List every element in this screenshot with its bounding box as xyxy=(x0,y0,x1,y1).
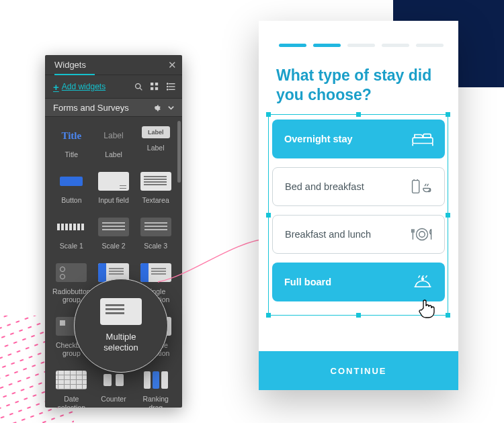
svg-rect-14 xyxy=(413,138,433,143)
progress-seg xyxy=(313,44,341,47)
widget-ranking-drag[interactable]: Ranking drag xyxy=(136,371,175,408)
widget-date-selection[interactable]: Date selection xyxy=(52,371,91,408)
chevron-down-icon[interactable] xyxy=(166,103,175,112)
option-breakfast-and-lunch[interactable]: Breakfast and lunch xyxy=(272,215,445,254)
progress-seg xyxy=(279,44,306,47)
close-icon[interactable]: ✕ xyxy=(168,59,177,71)
panel-scrollbar[interactable] xyxy=(177,121,181,183)
svg-rect-5 xyxy=(155,83,158,85)
svg-point-13 xyxy=(167,89,167,90)
option-overnight-stay[interactable]: Overnight stay xyxy=(272,120,445,158)
search-icon[interactable] xyxy=(134,82,143,91)
gear-icon[interactable] xyxy=(151,103,161,112)
option-label: Overnight stay xyxy=(284,134,353,144)
widget-title[interactable]: TitleTitle xyxy=(52,126,91,158)
widget-scale-3[interactable]: Scale 3 xyxy=(136,218,175,250)
progress-seg xyxy=(382,44,409,47)
svg-point-17 xyxy=(417,228,428,240)
list-view-icon[interactable] xyxy=(166,82,175,91)
spotlight-widget[interactable]: Multiple selection xyxy=(74,279,168,373)
svg-point-2 xyxy=(135,83,140,88)
progress-seg xyxy=(416,44,444,47)
svg-rect-16 xyxy=(413,180,419,193)
widget-input-field[interactable]: Input field xyxy=(94,172,134,204)
option-full-board[interactable]: Full board xyxy=(272,263,445,301)
option-list: Overnight stay Bed and breakfast Breakfa… xyxy=(259,105,458,301)
svg-line-3 xyxy=(140,88,142,90)
svg-point-18 xyxy=(419,231,425,237)
svg-point-19 xyxy=(422,278,424,280)
option-label: Bed and breakfast xyxy=(285,181,364,192)
spotlight-thumb xyxy=(100,298,142,325)
panel-title: Widgets xyxy=(54,60,86,70)
option-label: Full board xyxy=(284,277,331,287)
survey-question: What type of stay did you choose? xyxy=(259,47,458,105)
svg-point-11 xyxy=(167,83,167,84)
lunch-icon xyxy=(411,224,433,244)
option-label: Breakfast and lunch xyxy=(285,229,371,240)
widget-textarea[interactable]: Textarea xyxy=(136,172,175,204)
progress-bar xyxy=(259,21,458,47)
grid-view-icon[interactable] xyxy=(150,82,159,91)
spotlight-label: Multiple selection xyxy=(103,332,138,352)
plus-icon: + xyxy=(53,81,59,93)
breakfast-icon xyxy=(411,177,433,197)
widget-scale-1[interactable]: Scale 1 xyxy=(52,218,91,250)
svg-point-12 xyxy=(167,86,167,87)
section-title: Forms and Surveys xyxy=(53,103,129,113)
svg-rect-15 xyxy=(423,134,431,138)
widget-label-box[interactable]: LabelLabel xyxy=(136,126,175,158)
phone-mock: What type of stay did you choose? Overni… xyxy=(259,21,458,390)
option-bed-and-breakfast[interactable]: Bed and breakfast xyxy=(272,167,445,206)
widget-label[interactable]: LabelLabel xyxy=(94,126,134,158)
add-widgets-label: Add widgets xyxy=(62,82,106,91)
widget-counter[interactable]: Counter xyxy=(94,371,134,408)
continue-button[interactable]: CONTINUE xyxy=(259,351,458,390)
widget-scale-2[interactable]: Scale 2 xyxy=(94,218,134,250)
widget-button[interactable]: Button xyxy=(52,172,91,204)
add-widgets-link[interactable]: + Add widgets xyxy=(53,81,106,93)
svg-rect-4 xyxy=(151,83,153,85)
cloche-icon xyxy=(411,272,434,292)
bed-icon xyxy=(411,129,434,149)
svg-rect-7 xyxy=(155,87,158,90)
progress-seg xyxy=(347,44,375,47)
svg-rect-6 xyxy=(151,87,153,90)
